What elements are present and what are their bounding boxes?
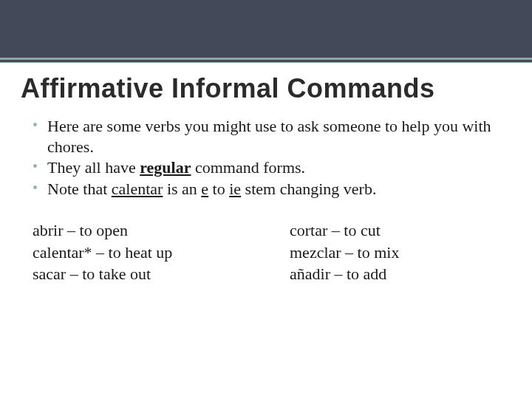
bullet-2: They all have regular command forms.: [30, 157, 502, 178]
header-rule-thick: [0, 58, 532, 60]
vocab-item: abrir – to open: [33, 219, 245, 242]
bullet-3: Note that calentar is an e to ie stem ch…: [30, 179, 502, 200]
bullet-3-letters-ie: ie: [229, 180, 241, 198]
vocab-item: sacar – to take out: [33, 263, 245, 285]
vocab-item: calentar* – to heat up: [33, 242, 245, 264]
bullet-3-text-g: stem changing verb.: [241, 180, 376, 198]
header-band: [0, 0, 532, 63]
bullet-3-letter-e: e: [201, 180, 208, 198]
bullet-1: Here are some verbs you might use to ask…: [30, 116, 502, 157]
slide-content: Here are some verbs you might use to ask…: [0, 109, 532, 285]
bullet-2-text-c: command forms.: [191, 158, 305, 177]
header-rule-thin: [0, 62, 532, 63]
vocab-item: añadir – to add: [290, 263, 502, 285]
bullet-2-text-a: They all have: [47, 158, 140, 177]
bullet-3-text-c: is an: [163, 180, 201, 198]
bullet-2-emph: regular: [140, 158, 191, 177]
vocab-columns: abrir – to open calentar* – to heat up s…: [30, 219, 502, 285]
slide-title: Affirmative Informal Commands: [0, 63, 532, 109]
vocab-item: cortar – to cut: [290, 219, 502, 242]
bullet-1-text: Here are some verbs you might use to ask…: [47, 117, 491, 156]
bullet-list: Here are some verbs you might use to ask…: [30, 116, 502, 199]
vocab-item: mezclar – to mix: [290, 242, 502, 264]
vocab-col-1: abrir – to open calentar* – to heat up s…: [33, 219, 245, 285]
vocab-col-2: cortar – to cut mezclar – to mix añadir …: [290, 219, 502, 285]
bullet-3-text-e: to: [208, 180, 229, 198]
bullet-3-text-a: Note that: [47, 180, 112, 198]
bullet-3-word-calentar: calentar: [112, 180, 163, 198]
